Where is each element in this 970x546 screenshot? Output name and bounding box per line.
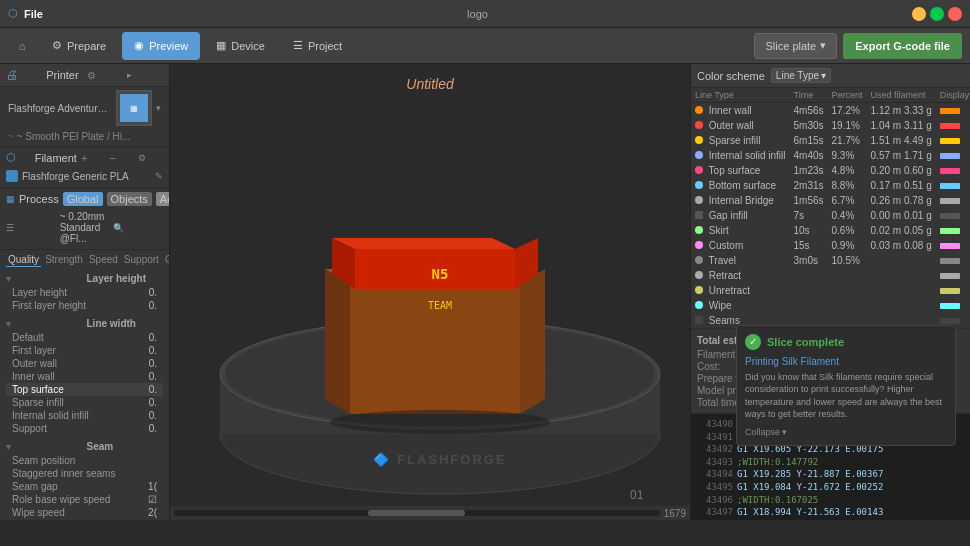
table-row: Sparse infill 6m15s 21.7% 1.51 m 4.49 g [691, 133, 970, 148]
display-cell [936, 163, 970, 178]
filament-edit-icon[interactable]: ✎ [155, 171, 163, 181]
group-collapse-icon: ▾ [6, 319, 83, 329]
maximize-btn[interactable] [930, 7, 944, 21]
seam-group: ▾ Seam Seam position Staggered inner sea… [6, 439, 163, 519]
group-collapse-icon: ▾ [6, 274, 83, 284]
percent-cell: 0.9% [828, 238, 867, 253]
horizontal-scrollbar[interactable]: 1679 [170, 506, 690, 520]
right-panel: Color scheme Line Type ▾ Line Type Time … [690, 64, 970, 520]
scroll-track[interactable] [174, 510, 660, 516]
home-button[interactable]: ⌂ [8, 32, 36, 60]
svg-marker-24 [332, 238, 515, 249]
center-3d-view[interactable]: Untitled [170, 64, 690, 520]
tab-other[interactable]: Ot... [163, 253, 170, 267]
time-cell: 5m30s [790, 118, 828, 133]
filament-cell [867, 298, 936, 313]
line-type-dot [695, 271, 703, 279]
line-type-dot [695, 211, 703, 219]
close-btn[interactable] [948, 7, 962, 21]
add-filament-icon[interactable]: + [81, 152, 106, 164]
filament-cell: 1.51 m 4.49 g [867, 133, 936, 148]
slice-plate-button[interactable]: Slice plate ▾ [754, 33, 837, 59]
tab-prepare[interactable]: ⚙ Prepare [40, 32, 118, 60]
time-cell: 4m56s [790, 103, 828, 119]
setting-staggered-seams: Staggered inner seams [6, 467, 163, 480]
remove-filament-icon[interactable]: − [110, 152, 135, 164]
export-gcode-button[interactable]: Export G-code file [843, 33, 962, 59]
printer-dropdown-icon[interactable]: ▾ [156, 103, 161, 113]
profile-icon: ☰ [6, 223, 56, 233]
process-section: ▦ Process Global Objects Advanced ☰ ~ 0.… [0, 188, 169, 249]
collapse-button[interactable]: Collapse ▾ [745, 427, 947, 437]
process-header: ▦ Process Global Objects Advanced [6, 192, 163, 206]
filament-cell [867, 253, 936, 268]
line-type-dot [695, 196, 703, 204]
svg-text:TEAM: TEAM [428, 300, 452, 311]
tab-preview[interactable]: ◉ Preview [122, 32, 200, 60]
time-cell: 15s [790, 238, 828, 253]
tab-support[interactable]: Support [122, 253, 161, 267]
tag-objects[interactable]: Objects [107, 192, 152, 206]
line-type-label: Seams [709, 315, 740, 326]
layer-height-header[interactable]: ▾ Layer height [6, 271, 163, 286]
col-line-type: Line Type [691, 88, 790, 103]
tag-advanced[interactable]: Advanced [156, 192, 170, 206]
col-display: Display [936, 88, 970, 103]
percent-cell: 21.7% [828, 133, 867, 148]
time-cell: 1m56s [790, 193, 828, 208]
percent-cell [828, 283, 867, 298]
line-width-header[interactable]: ▾ Line width [6, 316, 163, 331]
tab-device[interactable]: ▦ Device [204, 32, 277, 60]
minimize-btn[interactable] [912, 7, 926, 21]
table-row: Bottom surface 2m31s 8.8% 0.17 m 0.51 g [691, 178, 970, 193]
process-icon: ▦ [6, 194, 15, 204]
tab-strength[interactable]: Strength [43, 253, 85, 267]
setting-sparse-infill: Sparse infill 0. [6, 396, 163, 409]
time-cell: 7s [790, 208, 828, 223]
code-line: 43496;WIDTH:0.167025 [695, 494, 966, 507]
line-type-dot [695, 256, 703, 264]
line-type-dot [695, 166, 703, 174]
printer-settings-icon[interactable]: ⚙ [87, 70, 123, 81]
tag-global[interactable]: Global [63, 192, 103, 206]
line-text: ;WIDTH:0.167025 [737, 494, 818, 507]
setting-seam-gap: Seam gap 1( [6, 480, 163, 493]
line-text: ;WIDTH:0.194454 [737, 519, 818, 520]
line-type-dot [695, 226, 703, 234]
setting-first-layer: First layer 0. [6, 344, 163, 357]
line-type-label: Unretract [709, 285, 750, 296]
toolbar: ⌂ ⚙ Prepare ◉ Preview ▦ Device ☰ Project… [0, 28, 970, 64]
line-type-label: Retract [709, 270, 741, 281]
left-panel: 🖨 Printer ⚙ ▸ Flashforge Adventurer 5M P… [0, 64, 170, 520]
col-filament: Used filament [867, 88, 936, 103]
color-scheme-dropdown[interactable]: Line Type ▾ [771, 68, 831, 83]
percent-cell: 19.1% [828, 118, 867, 133]
display-bar [940, 213, 960, 219]
filament-cell: 1.12 m 3.33 g [867, 103, 936, 119]
display-bar [940, 318, 960, 324]
profile-search-icon[interactable]: 🔍 [113, 223, 163, 233]
tab-quality[interactable]: Quality [6, 253, 41, 267]
slice-popup-header: ✓ Slice complete [745, 334, 947, 350]
display-cell [936, 253, 970, 268]
line-type-label: Custom [709, 240, 743, 251]
line-type-dot [695, 106, 703, 114]
slice-complete-title: Slice complete [767, 336, 844, 348]
table-row: Unretract [691, 283, 970, 298]
printer-section-header[interactable]: 🖨 Printer ⚙ ▸ [0, 64, 169, 87]
scroll-thumb[interactable] [368, 510, 465, 516]
file-menu[interactable]: File [24, 8, 43, 20]
project-icon: ☰ [293, 39, 303, 52]
filament-cell [867, 268, 936, 283]
display-cell [936, 283, 970, 298]
display-cell [936, 238, 970, 253]
quality-section: Quality Strength Speed Support Ot... ▾ L… [0, 249, 169, 520]
tab-project[interactable]: ☰ Project [281, 32, 354, 60]
percent-cell: 0.6% [828, 223, 867, 238]
tab-speed[interactable]: Speed [87, 253, 120, 267]
filament-settings-icon[interactable]: ⚙ [138, 153, 163, 163]
seam-header[interactable]: ▾ Seam [6, 439, 163, 454]
display-cell [936, 178, 970, 193]
line-type-label: Top surface [709, 165, 761, 176]
line-type-dot [695, 241, 703, 249]
